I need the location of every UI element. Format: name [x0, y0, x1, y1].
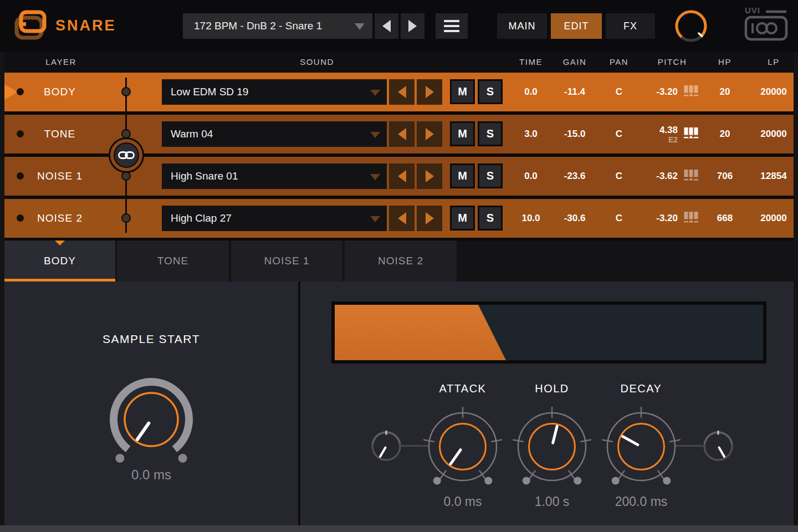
pitch-value[interactable]: -3.62 [629, 165, 678, 188]
sound-prev-button[interactable] [389, 121, 415, 147]
attack-mod-knob[interactable] [369, 428, 404, 464]
link-node-icon [121, 87, 131, 96]
solo-button[interactable]: S [478, 121, 503, 146]
plugin-window: SNARE 172 BPM - DnB 2 - Snare 1 MAIN EDI… [0, 0, 798, 532]
window-edge-left [0, 52, 4, 525]
arrow-right-icon [426, 170, 434, 182]
link-node-icon [121, 213, 131, 223]
sample-start-label: SAMPLE START [76, 332, 226, 346]
tab-noise1[interactable]: NOISE 1 [231, 241, 342, 282]
arrow-right-icon [426, 86, 434, 98]
edit-tab-bar: BODY TONE NOISE 1 NOISE 2 [4, 241, 794, 282]
preset-selector[interactable]: 172 BPM - DnB 2 - Snare 1 [183, 13, 372, 39]
preset-name: 172 BPM - DnB 2 - Snare 1 [194, 13, 322, 39]
decay-knob[interactable] [594, 400, 688, 494]
sound-select[interactable]: High Snare 01 [162, 163, 387, 189]
arrow-right-icon [426, 212, 434, 224]
preset-prev-button[interactable] [375, 13, 398, 39]
hold-label: HOLD [505, 382, 599, 395]
gain-value[interactable]: -15.0 [547, 115, 602, 154]
preset-next-button[interactable] [401, 13, 424, 39]
col-layer: LAYER [27, 52, 95, 72]
dropdown-icon [370, 174, 380, 180]
master-volume-knob[interactable] [673, 8, 709, 44]
selected-layer-indicator-icon [4, 84, 18, 100]
panel-divider [298, 282, 300, 525]
keytrack-icon[interactable] [684, 127, 698, 141]
mute-button[interactable]: M [450, 206, 475, 231]
window-bottom-bar[interactable] [0, 525, 798, 532]
sound-select[interactable]: Warm 04 [162, 121, 387, 147]
solo-button[interactable]: S [478, 79, 503, 104]
mute-button[interactable]: M [450, 79, 475, 104]
dropdown-icon [370, 216, 380, 222]
lp-value[interactable]: 20000 [743, 199, 798, 238]
sample-start-value[interactable]: 0.0 ms [88, 467, 215, 483]
sound-prev-button[interactable] [389, 79, 415, 105]
hold-value[interactable]: 1.00 s [505, 494, 599, 509]
arrow-left-icon [398, 212, 406, 224]
hold-knob[interactable] [505, 400, 599, 494]
sound-next-button[interactable] [417, 121, 442, 147]
sound-prev-button[interactable] [389, 206, 415, 231]
lp-value[interactable]: 12854 [743, 157, 798, 196]
layer-table-header: LAYER SOUND TIME GAIN PAN PITCH HP LP [0, 52, 798, 72]
layer-name: NOISE 2 [22, 199, 98, 238]
gain-value[interactable]: -23.6 [547, 157, 602, 196]
uvi-logo: UVI [744, 8, 788, 43]
sound-select[interactable]: Low EDM SD 19 [162, 79, 387, 105]
keytrack-icon[interactable] [684, 85, 698, 99]
pitch-value[interactable]: -3.20 [629, 207, 678, 230]
tab-edit[interactable]: EDIT [551, 13, 602, 39]
arrow-left-icon [398, 128, 406, 140]
window-edge-right [794, 52, 798, 525]
tab-tone[interactable]: TONE [117, 241, 229, 282]
tab-body[interactable]: BODY [4, 241, 115, 282]
mute-button[interactable]: M [450, 121, 475, 146]
sound-next-button[interactable] [417, 163, 442, 189]
app-logo-icon [14, 9, 47, 40]
arrow-left-icon [382, 20, 391, 32]
decay-label: DECAY [594, 382, 688, 395]
pitch-value[interactable]: -3.20 [629, 80, 678, 104]
gain-value[interactable]: -11.4 [547, 73, 602, 111]
tab-noise2[interactable]: NOISE 2 [345, 241, 457, 282]
keytrack-icon[interactable] [684, 212, 698, 225]
keytrack-icon[interactable] [684, 170, 698, 183]
envelope-display[interactable] [331, 301, 766, 364]
layer-link-button[interactable] [109, 137, 144, 173]
attack-value[interactable]: 0.0 ms [416, 494, 510, 509]
arrow-right-icon [408, 20, 417, 32]
arrow-right-icon [426, 128, 434, 140]
arrow-left-icon [398, 86, 406, 98]
solo-button[interactable]: S [478, 206, 503, 231]
layer-name: NOISE 1 [22, 157, 98, 196]
col-lp: LP [743, 52, 798, 72]
envelope-shape [335, 305, 763, 360]
sound-select[interactable]: High Clap 27 [162, 206, 387, 231]
lp-value[interactable]: 20000 [743, 115, 798, 154]
mute-button[interactable]: M [450, 163, 475, 188]
preset-dropdown-icon [355, 23, 365, 30]
layer-name: TONE [22, 115, 98, 154]
tab-main[interactable]: MAIN [497, 13, 547, 39]
col-pitch: PITCH [639, 52, 705, 72]
col-sound: SOUND [273, 52, 361, 72]
attack-label: ATTACK [416, 382, 510, 395]
pitch-value[interactable]: 4.38 E2 [629, 122, 678, 146]
decay-value[interactable]: 200.0 ms [594, 494, 688, 509]
sound-next-button[interactable] [417, 206, 442, 231]
gain-value[interactable]: -30.6 [547, 199, 602, 238]
tab-fx[interactable]: FX [606, 13, 655, 39]
top-bar: SNARE 172 BPM - DnB 2 - Snare 1 MAIN EDI… [0, 0, 798, 52]
solo-button[interactable]: S [478, 163, 503, 188]
sample-start-knob[interactable] [99, 367, 204, 472]
sound-prev-button[interactable] [389, 163, 415, 189]
menu-button[interactable] [436, 13, 468, 39]
col-gain: GAIN [547, 52, 602, 72]
decay-mod-knob[interactable] [700, 428, 736, 464]
layer-name: BODY [22, 73, 98, 111]
attack-knob[interactable] [416, 400, 510, 494]
lp-value[interactable]: 20000 [743, 73, 798, 111]
sound-next-button[interactable] [417, 79, 442, 105]
